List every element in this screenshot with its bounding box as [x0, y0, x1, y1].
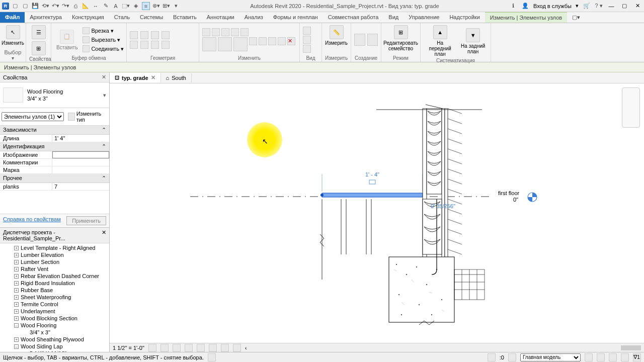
create2-icon[interactable] — [367, 34, 378, 46]
tree-item[interactable]: +Underlayment — [0, 308, 109, 315]
sb-i1-icon[interactable] — [585, 353, 593, 361]
tree-item[interactable]: +Rebar Elevation Dashed Corner — [0, 273, 109, 280]
tab-addins[interactable]: Надстройки — [444, 12, 485, 23]
reveal-icon[interactable] — [233, 344, 241, 352]
properties-help-link[interactable]: Справка по свойствам — [3, 216, 61, 225]
editable-icon[interactable] — [508, 353, 516, 361]
apply-button[interactable]: Применить — [66, 216, 106, 225]
user-icon[interactable]: 👤 — [521, 2, 529, 10]
qat-dim-icon[interactable]: ↔ — [92, 2, 100, 10]
qat-new-icon[interactable]: ▢ — [21, 2, 29, 10]
maximize-button[interactable]: ▢ — [620, 3, 629, 10]
geo4-icon[interactable] — [151, 41, 159, 49]
section-other[interactable]: Прочее⌃ — [0, 174, 109, 183]
param-comments-value[interactable] — [52, 159, 109, 166]
param-image-value[interactable] — [52, 151, 109, 158]
tab-collaborate[interactable]: Совместная работа — [323, 12, 384, 23]
cut-geo-icon[interactable] — [140, 31, 148, 39]
qat-close-icon[interactable]: ⊗▾ — [152, 2, 160, 10]
workset-icon[interactable] — [488, 353, 496, 361]
view-control-more-icon[interactable]: ‹ — [245, 345, 247, 351]
geo3-icon[interactable] — [140, 41, 148, 49]
tree-item[interactable]: +Lumber Elevation — [0, 251, 109, 258]
array-icon[interactable] — [259, 37, 267, 45]
tree-item[interactable]: +Wood Sheathing Plywood — [0, 336, 109, 343]
sb-i2-icon[interactable] — [597, 353, 605, 361]
tree-item[interactable]: 5 1/4" X 11/16" — [0, 350, 109, 352]
split-icon[interactable] — [240, 28, 249, 36]
scale-icon[interactable] — [268, 37, 276, 45]
tab-annotate[interactable]: Аннотации — [202, 12, 239, 23]
shadows-icon[interactable] — [185, 344, 193, 352]
geo2-icon[interactable] — [130, 41, 138, 49]
trim-icon[interactable] — [249, 37, 257, 45]
qat-print-icon[interactable]: ⎙ — [71, 2, 79, 10]
view3-icon[interactable] — [303, 45, 311, 53]
param-length-value[interactable]: 1' 4" — [52, 135, 109, 142]
align-icon[interactable] — [202, 28, 210, 36]
tree-expander-icon[interactable]: + — [14, 281, 19, 286]
delete-icon[interactable]: ✕ — [287, 37, 295, 45]
properties-button[interactable]: ☰ ⊞ — [29, 24, 48, 56]
offset-icon[interactable] — [212, 28, 220, 36]
tree-expander-icon[interactable]: + — [14, 295, 19, 300]
tree-expander-icon[interactable]: + — [14, 337, 19, 342]
tab-close-button[interactable]: ✕ — [151, 74, 155, 81]
tree-item[interactable]: +Wood Blocking Section — [0, 315, 109, 322]
cut-button[interactable]: Врезка ▾ — [82, 27, 125, 35]
tree-item[interactable]: –Wood Siding Lap — [0, 343, 109, 350]
geo5-icon[interactable] — [162, 41, 170, 49]
tree-expander-icon[interactable]: + — [14, 260, 19, 264]
join-geo-icon[interactable] — [151, 31, 159, 39]
tab-massing[interactable]: Формы и генплан — [268, 12, 323, 23]
qat-text-icon[interactable]: A — [112, 2, 120, 10]
minimize-button[interactable]: — — [607, 3, 616, 10]
modify-button[interactable]: ↖ Изменить — [3, 24, 23, 47]
view-tab-south[interactable]: ⌂ South — [161, 73, 192, 82]
tree-item[interactable]: –Wood Flooring — [0, 322, 109, 329]
tree-expander-icon[interactable]: + — [14, 309, 19, 314]
qat-sync-icon[interactable]: ⟲▾ — [41, 2, 49, 10]
model-select[interactable]: Главная модель — [520, 353, 581, 361]
type-selector[interactable]: Wood Flooring 3/4" x 3" ▾ — [0, 82, 109, 108]
geo1-icon[interactable] — [162, 31, 170, 39]
bring-front-button[interactable]: ▲ На передний план — [424, 24, 456, 58]
tab-manage[interactable]: Управление — [404, 12, 444, 23]
tree-item[interactable]: +Rafter Vent — [0, 265, 109, 273]
close-button[interactable]: ✕ — [633, 3, 642, 10]
qat-save-icon[interactable]: 💾 — [31, 2, 39, 10]
qat-open-icon[interactable]: ▢ — [11, 2, 19, 10]
tree-expander-icon[interactable]: – — [14, 344, 19, 349]
tab-extra-icon[interactable]: ▢▾ — [567, 12, 585, 23]
visual-style-icon[interactable] — [160, 344, 169, 352]
tab-analyze[interactable]: Анализ — [239, 12, 268, 23]
param-mark-value[interactable] — [52, 166, 109, 173]
view-scale[interactable]: 1 1/2" = 1'-0" — [113, 345, 144, 351]
measure-button[interactable]: 📏 Измерить — [325, 24, 348, 47]
type-dropdown-icon[interactable]: ▾ — [103, 92, 106, 99]
qat-more-icon[interactable]: ▾ — [172, 2, 180, 10]
sb-i3-icon[interactable] — [609, 353, 617, 361]
crop-icon[interactable] — [197, 344, 205, 352]
tree-expander-icon[interactable]: + — [14, 288, 19, 293]
join-button[interactable]: Соединить ▾ — [82, 45, 125, 53]
tab-view[interactable]: Вид — [383, 12, 404, 23]
tree-expander-icon[interactable]: + — [14, 302, 19, 307]
crop-region-icon[interactable] — [209, 344, 217, 352]
canvas-scrollbar[interactable] — [621, 345, 641, 350]
tree-expander-icon[interactable]: + — [14, 253, 19, 257]
move-icon[interactable] — [202, 37, 216, 51]
sb-filter-icon[interactable]: ∇1 — [633, 353, 641, 361]
tab-file[interactable]: Файл — [0, 12, 25, 23]
tab-modify-contextual[interactable]: Изменить | Элементы узлов — [485, 12, 567, 23]
tree-expander-icon[interactable]: + — [14, 246, 19, 250]
cope-icon[interactable] — [130, 31, 138, 39]
properties-close-button[interactable]: ✕ — [102, 74, 106, 80]
qat-redo-icon[interactable]: ↷▾ — [61, 2, 69, 10]
tab-insert[interactable]: Вставить — [168, 12, 202, 23]
tree-expander-icon[interactable]: – — [14, 323, 19, 328]
properties-filter-select[interactable]: Элементы узлов (1) — [2, 112, 64, 121]
qat-section-icon[interactable]: ◈ — [132, 2, 140, 10]
qat-tag-icon[interactable]: ✎ — [102, 2, 110, 10]
tree-item[interactable]: +Rubber Base — [0, 287, 109, 294]
